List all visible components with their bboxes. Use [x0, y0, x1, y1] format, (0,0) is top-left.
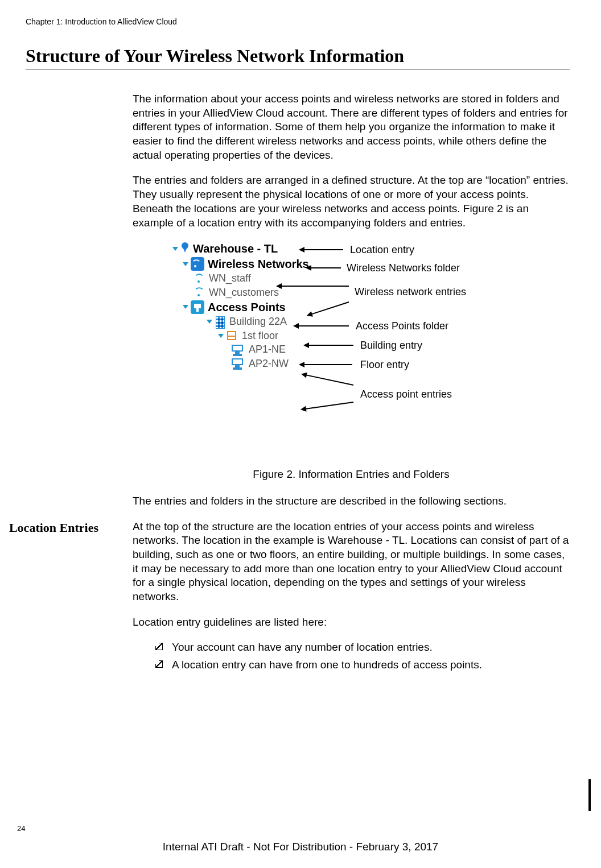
tree-wireless-folder-label: Wireless Networks [208, 257, 309, 271]
section-rule [26, 69, 570, 69]
arrow-icon [305, 402, 353, 410]
guideline-text-2: A location entry can have from one to hu… [172, 658, 482, 672]
floor-icon [226, 330, 238, 342]
chevron-down-icon [218, 334, 224, 338]
access-points-folder-icon [191, 300, 204, 314]
tree-location-label: Warehouse - TL [193, 241, 278, 256]
tree-building-label: Building 22A [229, 315, 287, 328]
tree-wn2-label: WN_customers [209, 286, 279, 299]
change-bar [588, 779, 591, 811]
callout-building: Building entry [360, 339, 422, 352]
tree-ap-folder-row: Access Points [172, 300, 309, 315]
page-number: 24 [17, 824, 25, 833]
arrow-icon [310, 267, 341, 268]
wifi-icon [193, 272, 205, 285]
callout-wn-entries: Wireless network entries [355, 286, 466, 299]
tree-wireless-folder-row: Wireless Networks [172, 257, 309, 271]
arrow-icon [306, 374, 354, 386]
building-icon [215, 315, 226, 329]
side-heading-location: Location Entries [0, 520, 98, 536]
tree-floor-row: 1st floor [172, 329, 309, 342]
checkbox-bullet-icon [155, 643, 163, 650]
wifi-icon [193, 286, 205, 299]
callout-floor: Floor entry [360, 358, 409, 371]
callout-location: Location entry [350, 243, 414, 257]
callout-ap-folder: Access Points folder [356, 320, 448, 333]
arrow-icon [281, 286, 349, 287]
guideline-text-1: Your account can have any number of loca… [172, 640, 433, 655]
callout-ap-entries: Access point entries [360, 388, 452, 401]
tree-ap1-label: AP1-NE [249, 343, 286, 356]
tree-floor-label: 1st floor [242, 329, 278, 342]
monitor-icon [230, 344, 245, 356]
arrow-icon [298, 325, 349, 326]
tree-wn1-row: WN_staff [172, 272, 309, 285]
arrow-icon [303, 364, 352, 365]
tree-wn2-row: WN_customers [172, 286, 309, 299]
figure-tree: Warehouse - TL Wireless Networks WN_staf… [172, 241, 570, 457]
pin-icon [180, 241, 190, 256]
wifi-folder-icon [191, 257, 204, 271]
tree-ap2-row: AP2-NW [172, 357, 309, 370]
chevron-down-icon [183, 305, 188, 309]
draft-footer: Internal ATI Draft - Not For Distributio… [0, 841, 601, 853]
monitor-icon [230, 357, 245, 370]
running-header: Chapter 1: Introduction to AlliedView Cl… [26, 17, 570, 26]
checkbox-bullet-icon [155, 660, 163, 668]
tree-ap-folder-label: Access Points [208, 300, 286, 315]
paragraph-intro-1: The information about your access points… [133, 92, 570, 162]
paragraph-intro-2: The entries and folders are arranged in … [133, 173, 570, 230]
tree-building-row: Building 22A [172, 315, 309, 329]
paragraph-location-1: At the top of the structure are the loca… [133, 520, 570, 604]
chevron-down-icon [207, 320, 212, 324]
tree-ap2-label: AP2-NW [249, 357, 289, 370]
section-title: Structure of Your Wireless Network Infor… [26, 46, 570, 67]
paragraph-location-2: Location entry guidelines are listed her… [133, 615, 570, 630]
callout-wireless-folder: Wireless Networks folder [347, 262, 460, 275]
arrow-icon [308, 345, 353, 346]
guideline-item: Your account can have any number of loca… [155, 640, 570, 655]
tree-wn1-label: WN_staff [209, 272, 251, 285]
arrow-icon [303, 249, 343, 250]
tree-ap1-row: AP1-NE [172, 343, 309, 356]
arrow-icon [311, 301, 349, 315]
chevron-down-icon [172, 247, 178, 251]
paragraph-after-figure: The entries and folders in the structure… [133, 494, 570, 509]
figure-caption: Figure 2. Information Entries and Folder… [133, 468, 570, 482]
chevron-down-icon [183, 262, 188, 266]
tree-location-row: Warehouse - TL [172, 241, 309, 256]
guideline-item: A location entry can have from one to hu… [155, 658, 570, 672]
